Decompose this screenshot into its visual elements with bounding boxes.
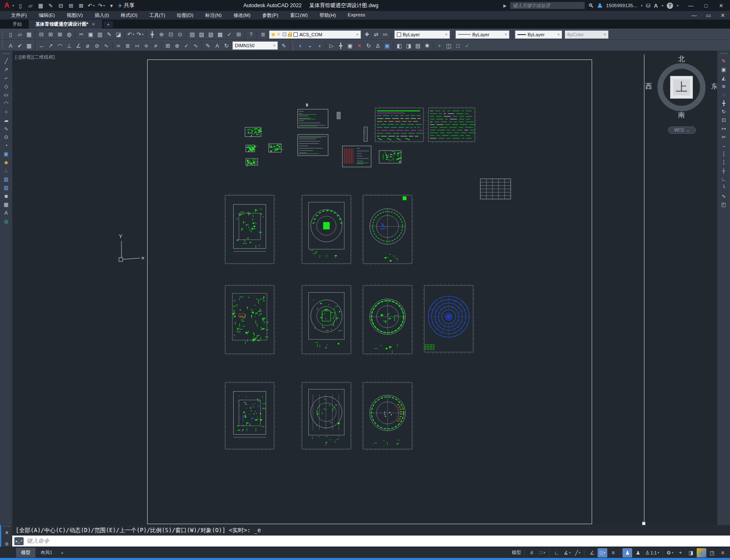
logo-dropdown-icon[interactable]: ▾: [12, 4, 14, 8]
tolerance-button[interactable]: ⊞: [163, 41, 172, 50]
lineweight-combo[interactable]: ByLayer ˅: [515, 30, 562, 39]
move-button[interactable]: ╋: [719, 99, 729, 107]
rotate-faces-button[interactable]: ↻: [364, 41, 373, 50]
plot-button[interactable]: ⊟: [56, 1, 65, 10]
toolbar-grip[interactable]: [2, 42, 4, 49]
toolbar-grip[interactable]: [720, 53, 727, 55]
help-icon[interactable]: ?: [667, 3, 673, 9]
annotation-monitor-toggle[interactable]: +: [676, 548, 685, 557]
drawing-thumbnail-legend[interactable]: [373, 105, 426, 144]
clean-screen-toggle[interactable]: ◳: [707, 548, 717, 557]
drawing-thumbnail-circle2[interactable]: [361, 283, 415, 356]
create-block-button[interactable]: ◈: [1, 158, 11, 166]
customize-toggle[interactable]: ≡: [718, 548, 727, 557]
object-snap-toggle[interactable]: □▾: [598, 548, 607, 557]
drawing-thumbnail-rect[interactable]: [223, 193, 277, 266]
drawing-thumbnail-redpanel[interactable]: [340, 143, 374, 170]
collapse-arrow-icon[interactable]: ▶: [503, 3, 506, 8]
print-button[interactable]: ⊠: [76, 1, 86, 10]
clean-button[interactable]: +: [435, 41, 444, 50]
drawing-thumbnail-table[interactable]: [478, 176, 513, 202]
grid-display-toggle[interactable]: #: [527, 548, 536, 557]
match-properties-button[interactable]: ✎: [105, 30, 114, 39]
paste-special-button[interactable]: ◪: [114, 30, 123, 39]
account-name[interactable]: 1505999135...: [606, 3, 637, 8]
copy-button[interactable]: ▣: [719, 65, 729, 73]
new-tab-button[interactable]: +: [104, 21, 113, 28]
account-dropdown-icon[interactable]: ▾: [641, 4, 643, 8]
drawing-thumbnail-smallgreen[interactable]: [242, 125, 264, 139]
redo-button[interactable]: ↷▾: [97, 1, 106, 10]
drawing-thumbnail-panel[interactable]: [295, 132, 331, 158]
blend-curves-button[interactable]: ∿: [719, 192, 729, 200]
separate-button[interactable]: ◫: [444, 41, 453, 50]
hatch-button[interactable]: ▨: [1, 175, 11, 183]
drawing-thumbnail-smallgreen[interactable]: [243, 156, 260, 168]
dim-break-button[interactable]: ≠: [151, 41, 160, 50]
drawing-thumbnail-circle[interactable]: [361, 193, 415, 266]
design-center-button[interactable]: ▨: [197, 30, 206, 39]
erase-button[interactable]: ✎: [719, 57, 729, 65]
object-snap-tracking-toggle[interactable]: ∠: [587, 548, 597, 557]
new-file-button[interactable]: ▯: [16, 1, 25, 10]
drawing-thumbnail-ring2[interactable]: [299, 283, 353, 356]
quick-calc-button[interactable]: ⊞: [234, 30, 243, 39]
polar-tracking-toggle[interactable]: ∡▾: [562, 548, 572, 557]
construction-line-button[interactable]: ↗: [1, 65, 11, 73]
gradient-button[interactable]: ▧: [1, 183, 11, 191]
dim-spacing-button[interactable]: ≑: [142, 41, 151, 50]
rotate-button[interactable]: ↻: [719, 108, 729, 116]
doc-restore-button[interactable]: ▭: [704, 11, 713, 20]
menu-dimension[interactable]: 标注(N): [199, 12, 228, 19]
table-style-button[interactable]: ▦: [24, 41, 34, 50]
help-dropdown-icon[interactable]: ▾: [677, 4, 679, 8]
isometric-drafting-dropdown-icon[interactable]: ▾: [579, 551, 581, 555]
paste-button[interactable]: ▥: [95, 30, 105, 39]
dim-arc-length-button[interactable]: ◠: [55, 41, 65, 50]
linetype-combo[interactable]: ByLayer ˅: [455, 30, 509, 39]
delete-faces-button[interactable]: ✕: [355, 41, 364, 50]
preview-button[interactable]: ⊞: [46, 30, 55, 39]
region-button[interactable]: ◙: [1, 192, 11, 200]
autodesk-app-icon[interactable]: A: [654, 3, 658, 9]
annotation-scale-toggle[interactable]: ♙1:1▾: [644, 548, 660, 557]
palette-grip-icon[interactable]: [3, 526, 10, 528]
snap-mode-toggle[interactable]: ∷▾: [537, 548, 547, 557]
taper-faces-button[interactable]: ∆: [373, 41, 383, 50]
graphics-performance-toggle[interactable]: ✓: [697, 548, 706, 557]
dim-radius-button[interactable]: ⌀: [83, 41, 92, 50]
undo-dropdown-icon[interactable]: ▾: [132, 32, 134, 36]
layer-on-icon[interactable]: [272, 33, 275, 36]
make-layer-current-button[interactable]: ❖: [362, 30, 372, 39]
table-button[interactable]: ▦: [1, 200, 11, 208]
dim-angular-button[interactable]: ∠: [74, 41, 83, 50]
command-prompt-icon[interactable]: ▸_ ▾: [14, 537, 24, 545]
dim-aligned-button[interactable]: ↗: [46, 41, 55, 50]
view-cube-top[interactable]: 上: [670, 76, 693, 99]
trim-button[interactable]: ✂: [719, 133, 729, 141]
compass-south-label[interactable]: 南: [678, 111, 685, 120]
menu-help[interactable]: 帮助(H): [314, 12, 342, 19]
dim-jogged-button[interactable]: ∿: [102, 41, 111, 50]
dim-text-edit-button[interactable]: A: [213, 41, 222, 50]
mirror-button[interactable]: ◭: [719, 74, 729, 82]
explode-button[interactable]: ◰: [719, 200, 729, 208]
ellipse-arc-button[interactable]: ◔: [1, 141, 11, 149]
join-button[interactable]: ┼: [719, 167, 729, 175]
toolbar-grip[interactable]: [3, 53, 10, 55]
menu-insert[interactable]: 插入(I): [89, 12, 115, 19]
cut-button[interactable]: ✂: [77, 30, 86, 39]
polygon-button[interactable]: ◇: [1, 82, 11, 90]
user-icon[interactable]: 👤︎: [597, 3, 603, 9]
drawing-thumbnail-smallgreen[interactable]: [243, 143, 257, 154]
drawing-thumbnail-panel[interactable]: [295, 107, 331, 130]
layout-tab-layout1[interactable]: 布局1: [35, 548, 57, 557]
scale-button[interactable]: ⊡: [719, 116, 729, 124]
move-faces-button[interactable]: ╋: [336, 41, 345, 50]
copy-faces-button[interactable]: ▣: [383, 41, 392, 50]
dim-update-button[interactable]: ↻: [222, 41, 231, 50]
quick-dimension-button[interactable]: ≍: [114, 41, 123, 50]
save-file-button[interactable]: ▦: [36, 1, 45, 10]
publish-button[interactable]: ⊠: [55, 30, 65, 39]
copy-edges-button[interactable]: ▤: [413, 41, 423, 50]
